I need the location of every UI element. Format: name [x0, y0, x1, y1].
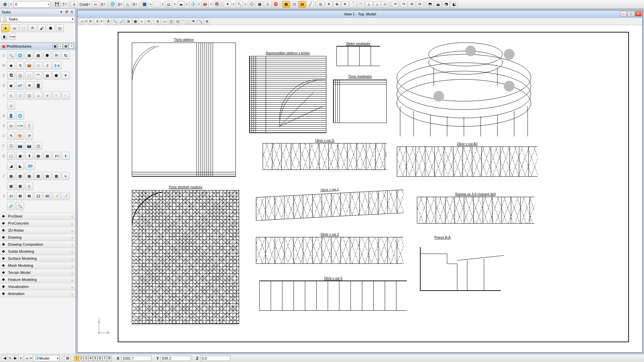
ps-g4[interactable]: ▦	[34, 152, 42, 160]
section-visualization[interactable]: ◆Visualization⌄	[0, 283, 75, 290]
view-tab-3[interactable]: 3	[84, 356, 88, 361]
vtb-2[interactable]: ⟳	[88, 18, 94, 24]
ps-g1[interactable]: ▢	[7, 152, 15, 160]
ps-last2[interactable]: 🔍	[16, 202, 24, 210]
save-dd[interactable]: 7▾	[61, 1, 67, 8]
ps-w1[interactable]: ◆	[7, 61, 15, 69]
ps-down[interactable]: ⬇	[61, 152, 69, 160]
view-1-icon[interactable]: ⬒	[426, 1, 434, 8]
tool-5-dd[interactable]: ▾	[197, 1, 201, 8]
vtb-10[interactable]: ⟲	[146, 18, 152, 24]
ps-z2[interactable]: ▩	[16, 172, 24, 180]
rot-1-icon[interactable]: ↶	[392, 1, 399, 8]
pointer-icon[interactable]: ➤	[1, 24, 9, 32]
tool-5-icon[interactable]: 🧊	[189, 1, 197, 8]
view-tab-2[interactable]: 2	[79, 356, 84, 361]
ps-z5[interactable]: ▦	[43, 172, 51, 180]
section-2d-rebar[interactable]: ◆2D Rebar⌄	[0, 227, 75, 234]
vtb-1[interactable]: ▭	[79, 18, 85, 24]
ps-t3[interactable]: ◫	[25, 92, 33, 100]
maximize-icon[interactable]: ☐	[628, 11, 634, 16]
vtb-6[interactable]: 🔎	[119, 18, 125, 24]
table-icon[interactable]: ▦	[256, 1, 263, 8]
vtb-18[interactable]: ⊕	[204, 18, 210, 24]
linestyle-icon[interactable]: ≡	[70, 1, 78, 8]
ps-e5[interactable]: ▦	[43, 71, 51, 79]
coord-y-input[interactable]	[161, 356, 191, 361]
vtb-17[interactable]: 🔍	[197, 18, 203, 24]
ps-e2[interactable]: ◫	[16, 71, 24, 79]
ps-s3[interactable]: ⤴	[25, 122, 33, 130]
snap-icon[interactable]: ✦	[224, 1, 231, 8]
fence-icon[interactable]: ▭	[10, 24, 18, 32]
ps-e3[interactable]: ⬚	[25, 71, 33, 79]
minimize-icon[interactable]: —	[620, 11, 627, 16]
view-4-icon[interactable]: ⬕	[450, 1, 458, 8]
ps-last1[interactable]: 🔗	[7, 202, 15, 210]
vtb-15[interactable]: ⬚	[184, 18, 190, 24]
vtb-12[interactable]: ▭	[161, 18, 167, 24]
ps-e7[interactable]: ✦	[61, 71, 69, 79]
ps-q1[interactable]: 🔍	[7, 51, 15, 59]
ps-q7[interactable]: ⇆	[61, 51, 69, 59]
select-group-icon[interactable]: ⬢	[47, 24, 55, 32]
mini-tool-1[interactable]: ◧	[1, 33, 8, 40]
ps-x1b[interactable]: 🏷	[7, 192, 15, 200]
view-2-icon[interactable]: ⬓	[434, 1, 442, 8]
save-icon[interactable]: 💾	[53, 1, 61, 8]
ps-e1[interactable]: 🏗	[7, 71, 15, 79]
ps-f1[interactable]: ⓘ	[7, 142, 15, 150]
view-mode-panel-icon[interactable]: ▤	[63, 44, 68, 49]
ps-r1[interactable]: ◉	[7, 81, 15, 89]
model-combo[interactable]: 🧊 Model	[33, 355, 60, 361]
ps-e4[interactable]: ⺈	[34, 71, 42, 79]
ps-f4[interactable]: ◫	[34, 142, 42, 150]
target-icon[interactable]: ◎	[317, 1, 324, 8]
view-titlebar[interactable]: View 1 - Top, Model — ☐ ✕	[77, 10, 642, 18]
section-drawing[interactable]: ◆Drawing⌄	[0, 234, 75, 241]
ps-w5[interactable]: J	[43, 61, 51, 69]
star-snap-icon[interactable]: ✳	[325, 1, 332, 8]
ps-d2[interactable]: 🎨	[16, 132, 24, 140]
view-tab-4[interactable]: 4	[88, 356, 93, 361]
ps-z6[interactable]: ▩	[52, 172, 60, 180]
drawing-canvas[interactable]: Tloris stebrov Razporeditev stebrov v kr…	[77, 25, 642, 352]
tool-1-dd[interactable]: ▾	[149, 1, 152, 8]
ps-z4[interactable]: ▩	[34, 172, 42, 180]
ps-r3[interactable]: ❄	[25, 81, 33, 89]
view-tab-1[interactable]: 1	[74, 356, 79, 361]
tool-8-icon[interactable]: 🔧	[236, 1, 243, 8]
app-menu-dd[interactable]: ▾	[9, 1, 13, 8]
perp-icon[interactable]: ⊥	[365, 1, 373, 8]
vtb-16[interactable]: 👁	[191, 18, 197, 24]
select-brush-icon[interactable]: 🖌	[38, 24, 46, 32]
ps-f2[interactable]: 📷	[16, 142, 24, 150]
section-surface-modeling[interactable]: ◆Surface Modeling⌄	[0, 255, 75, 262]
vtb-4[interactable]: A	[105, 18, 111, 24]
info-icon[interactable]: ⓘ	[248, 1, 255, 8]
view-tab-6[interactable]: 6	[98, 356, 102, 361]
section-animation[interactable]: ◆Animation⌄	[0, 290, 75, 297]
lineweight-icon[interactable]: ═	[92, 1, 99, 8]
ps-f3[interactable]: 📷	[25, 142, 33, 150]
tool-3-dd[interactable]: ▾	[173, 1, 176, 8]
warn-icon[interactable]: ⚠	[264, 1, 271, 8]
ps-q2[interactable]: 🌐	[16, 51, 24, 59]
ps-M2[interactable]: M	[25, 192, 33, 200]
ps-scale[interactable]: 1:x	[52, 61, 62, 69]
mini-tool-2[interactable]: ⟿	[9, 33, 16, 40]
vtb-11[interactable]: ⇅	[155, 18, 161, 24]
coord-x-input[interactable]	[121, 356, 151, 361]
key-icon[interactable]: ⌂	[373, 1, 381, 8]
ps-zz3[interactable]: ⎌	[25, 182, 33, 190]
ps-M1[interactable]: M	[16, 192, 24, 200]
ps-q4[interactable]: ▩	[34, 51, 42, 59]
select-inv-icon[interactable]: ◫	[56, 24, 64, 32]
view-mode-grid-icon[interactable]: ▦	[53, 44, 57, 49]
panel-menu-icon[interactable]: ▾	[59, 10, 63, 14]
ps-m2[interactable]: m²	[16, 81, 24, 89]
end-icon[interactable]: ◇	[381, 1, 389, 8]
ps-x1[interactable]: ◇	[7, 102, 15, 110]
ps-w3[interactable]: 📦	[25, 61, 33, 69]
globe-icon[interactable]: 🌐	[109, 1, 116, 8]
